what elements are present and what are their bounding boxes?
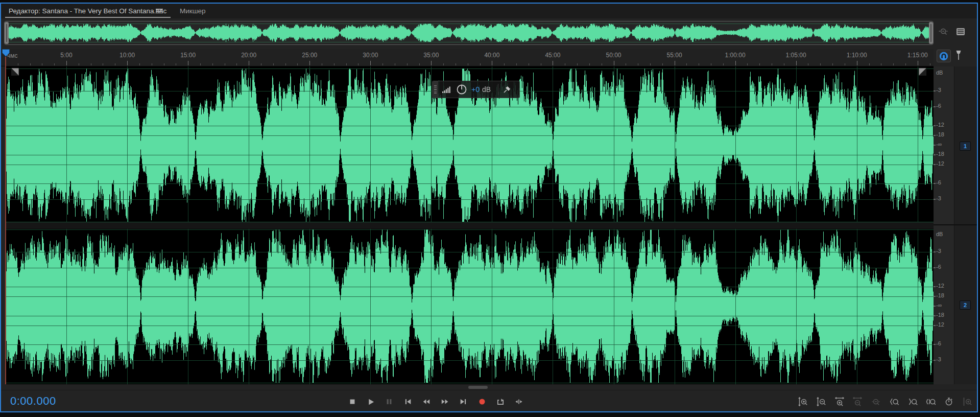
amplitude-ruler[interactable]: dB-3-3-6-6-12-12-18-18-∞dB-3-3-6-6-12-12…	[934, 66, 954, 384]
zoom-out-vertical-button[interactable]	[815, 396, 827, 408]
panel-resize-grip[interactable]	[468, 386, 488, 389]
hud-drag-grip[interactable]	[433, 81, 438, 98]
skip-selection-button[interactable]	[513, 396, 525, 408]
db-scale-label: -3	[936, 356, 941, 362]
fast-forward-button[interactable]	[439, 396, 451, 408]
ruler-tick	[675, 61, 675, 65]
panel-border-left	[0, 3, 1, 412]
channel-2-badge[interactable]: 2	[960, 300, 971, 310]
rewind-button[interactable]	[420, 396, 433, 408]
zoom-in-horizontal-button[interactable]	[833, 396, 846, 408]
gain-value[interactable]: +0	[471, 85, 480, 94]
ruler-tick	[358, 63, 358, 65]
ruler-tick	[103, 63, 103, 65]
ruler-tick	[747, 63, 748, 65]
ruler-tick	[395, 63, 395, 65]
db-scale-tick	[934, 296, 936, 297]
snap-toggle-button[interactable]	[937, 50, 951, 62]
marker-icon[interactable]	[954, 50, 963, 61]
zoom-to-selection-button[interactable]	[924, 396, 937, 408]
ruler-time-label: 55:00	[657, 52, 692, 59]
db-scale-label: -12	[936, 122, 944, 128]
volume-hud[interactable]: +0 dB	[432, 81, 520, 98]
db-scale-label: -12	[936, 160, 944, 167]
reset-vertical-zoom-button	[961, 396, 973, 408]
overview-waveform-canvas[interactable]	[6, 22, 932, 44]
zoom-in-vertical-button[interactable]	[797, 396, 809, 408]
zoom-in-selection-right-button[interactable]	[906, 396, 919, 408]
db-scale-tick	[934, 125, 936, 126]
ruler-tick	[225, 63, 225, 65]
overview-right-handle[interactable]	[929, 22, 933, 44]
zoom-in-selection-left-button[interactable]	[888, 396, 900, 408]
ruler-tick	[808, 63, 808, 65]
ruler-tick	[905, 63, 906, 65]
panel-list-icon[interactable]	[955, 27, 966, 37]
fade-in-handle[interactable]	[11, 68, 19, 76]
ruler-tick	[176, 63, 176, 65]
play-button[interactable]	[365, 396, 377, 408]
zoom-out-full-icon[interactable]	[938, 27, 949, 37]
zoom-out-full-button	[870, 396, 882, 408]
ruler-tick	[480, 63, 481, 65]
ruler-tick	[869, 63, 870, 65]
db-scale-label: -3	[936, 248, 941, 254]
ruler-tick	[796, 61, 797, 65]
stop-button[interactable]	[346, 396, 358, 408]
tab-editor[interactable]: Редактор: Santana - The Very Best Of San…	[9, 4, 166, 18]
ruler-tick	[297, 63, 298, 65]
fade-out-handle[interactable]	[919, 68, 926, 76]
ruler-tick	[699, 63, 699, 65]
ruler-tick	[832, 63, 833, 65]
panel-border-top	[0, 3, 978, 4]
db-scale-tick	[934, 199, 936, 200]
ruler-time-label: 40:00	[474, 52, 510, 59]
skip-to-end-button[interactable]	[457, 396, 469, 408]
playhead-handle[interactable]	[2, 49, 10, 57]
ruler-tick	[334, 63, 334, 65]
record-button[interactable]	[476, 396, 488, 408]
ruler-tick	[115, 63, 115, 65]
ruler-tick	[456, 63, 456, 65]
ruler-tick	[504, 63, 505, 65]
db-scale-tick	[934, 135, 936, 136]
db-scale-label: -6	[936, 340, 941, 346]
stopwatch-button[interactable]	[943, 396, 955, 408]
main-waveform-canvas[interactable]	[6, 66, 934, 384]
ruler-tick	[638, 63, 638, 65]
db-scale-tick	[934, 286, 936, 287]
panel-menu-icon[interactable]	[156, 9, 163, 14]
ruler-time-label: 1:15:00	[900, 52, 936, 59]
zoom-controls	[797, 395, 973, 409]
file-overview-strip[interactable]	[4, 21, 934, 45]
ruler-time-label: 35:00	[413, 52, 449, 59]
ruler-tick	[614, 61, 614, 65]
tab-mixer[interactable]: Микшер	[180, 4, 206, 18]
ruler-tick	[881, 63, 881, 65]
db-scale-tick	[934, 154, 936, 155]
playhead-time-display[interactable]: 0:00.000	[10, 395, 56, 408]
hud-pin-icon[interactable]	[498, 84, 511, 95]
loop-playback-button[interactable]	[494, 396, 507, 408]
timeline-ruler[interactable]: чмс 5:0010:0015:0020:0025:0030:0035:0040…	[1, 49, 934, 66]
ruler-tick	[212, 63, 213, 65]
skip-to-start-button[interactable]	[402, 396, 414, 408]
ruler-tick	[857, 61, 857, 65]
ruler-tick	[79, 63, 79, 65]
ruler-tick	[626, 63, 626, 65]
transport-divider	[1, 390, 977, 390]
ruler-tick	[91, 63, 91, 65]
gain-knob-icon[interactable]	[456, 84, 467, 95]
channel-1-badge[interactable]: 1	[960, 142, 971, 151]
ruler-tick	[918, 61, 918, 65]
ruler-time-label: 1:10:00	[839, 52, 875, 59]
db-scale-label: dB	[936, 231, 943, 237]
overview-left-handle[interactable]	[5, 22, 9, 44]
ruler-tick	[249, 61, 249, 65]
db-scale-tick	[934, 360, 936, 361]
panel-tab-bar: Редактор: Santana - The Very Best Of San…	[1, 4, 977, 18]
ruler-tick	[772, 63, 772, 65]
ruler-time-label: 20:00	[231, 52, 267, 59]
db-scale-label: -3	[936, 87, 941, 93]
ruler-tick	[516, 63, 517, 65]
